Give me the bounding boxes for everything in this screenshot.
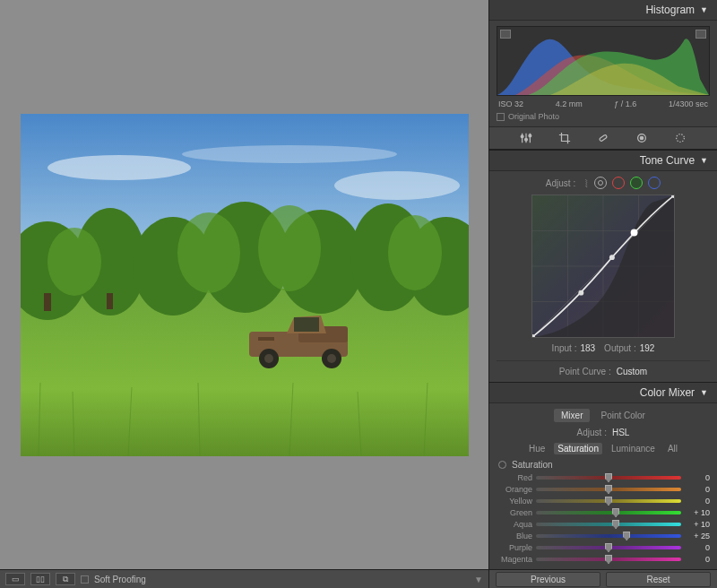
canvas-area[interactable] (0, 0, 488, 569)
svg-point-42 (676, 134, 684, 143)
slider-thumb[interactable] (623, 532, 630, 540)
slider-label: Red (497, 473, 532, 482)
soft-proofing-checkbox[interactable] (81, 575, 89, 584)
slider-label: Aqua (497, 520, 532, 529)
slider-value[interactable]: 0 (685, 497, 710, 506)
slider-orange: Orange0 (497, 485, 710, 494)
point-curve-label: Point Curve : (559, 367, 611, 376)
meta-shutter: 1/4300 sec (669, 99, 708, 108)
compare-view-icon[interactable]: ▯▯ (30, 573, 50, 585)
slider-thumb[interactable] (612, 508, 619, 517)
filmstrip-toolbar: ▭ ▯▯ ⧉ Soft Proofing ▼ (0, 570, 488, 588)
reset-button[interactable]: Reset (606, 572, 711, 587)
svg-point-22 (264, 354, 273, 363)
channel-blue[interactable] (648, 177, 661, 189)
svg-rect-39 (599, 134, 607, 142)
svg-rect-20 (294, 317, 319, 332)
subtab-hue[interactable]: Hue (525, 443, 549, 454)
color-mixer-panel-header[interactable]: Color Mixer▼ (489, 383, 717, 403)
svg-point-52 (609, 255, 615, 260)
slider-thumb[interactable] (612, 520, 619, 529)
slider-value[interactable]: 0 (685, 473, 710, 482)
slider-value[interactable]: 0 (685, 485, 710, 494)
svg-point-36 (525, 138, 528, 141)
tone-input-value[interactable]: 183 (580, 343, 595, 353)
slider-track-magenta[interactable] (536, 558, 681, 561)
previous-button[interactable]: Previous (496, 572, 600, 587)
slider-blue: Blue+ 25 (497, 532, 710, 540)
svg-point-53 (631, 229, 638, 237)
svg-rect-4 (21, 289, 469, 456)
svg-point-2 (182, 145, 397, 163)
histogram-display[interactable] (497, 26, 710, 96)
subtab-luminance[interactable]: Luminance (608, 443, 659, 454)
slider-value[interactable]: 0 (685, 543, 710, 552)
tab-mixer[interactable]: Mixer (554, 409, 590, 422)
toolbar-dropdown-icon[interactable]: ▼ (474, 575, 483, 584)
slider-thumb[interactable] (605, 543, 612, 552)
slider-track-green[interactable] (536, 511, 681, 514)
slider-value[interactable]: + 10 (685, 508, 710, 517)
edit-sliders-icon[interactable] (520, 132, 532, 144)
target-adjust-icon[interactable] (498, 461, 506, 469)
histogram-title: Histogram (645, 4, 695, 16)
tone-output-label: Output : (604, 343, 636, 353)
loupe-view-icon[interactable]: ▭ (5, 573, 25, 585)
svg-rect-25 (258, 337, 274, 341)
tone-curve-title: Tone Curve (640, 154, 695, 167)
highlight-clip-indicator[interactable] (695, 30, 706, 39)
original-photo-checkbox[interactable] (497, 113, 505, 121)
channel-all[interactable] (594, 177, 607, 189)
tone-curve-panel-header[interactable]: Tone Curve▼ (489, 151, 717, 171)
slider-track-blue[interactable] (536, 534, 681, 538)
original-photo-label: Original Photo (508, 112, 559, 121)
svg-point-15 (177, 212, 240, 293)
mask-icon[interactable] (635, 132, 648, 144)
subtab-all[interactable]: All (664, 443, 681, 454)
point-curve-dropdown[interactable]: Custom (617, 367, 647, 376)
svg-rect-6 (44, 293, 51, 311)
svg-point-16 (258, 205, 321, 291)
tone-adjust-label: Adjust : (546, 178, 575, 188)
mixer-adjust-label: Adjust : (577, 428, 607, 437)
meta-iso: ISO 32 (498, 99, 523, 108)
channel-red[interactable] (612, 177, 625, 189)
tab-point-color[interactable]: Point Color (593, 409, 652, 422)
svg-point-3 (334, 171, 460, 200)
slider-red: Red0 (497, 473, 710, 482)
slider-yellow: Yellow0 (497, 497, 710, 506)
tone-curve-editor[interactable] (531, 195, 675, 338)
mixer-adjust-mode[interactable]: HSL (612, 428, 629, 437)
channel-green[interactable] (630, 177, 643, 189)
meta-aperture: ƒ / 1.6 (614, 99, 636, 108)
slider-label: Purple (497, 543, 532, 552)
parametric-curve-icon[interactable]: ⦚ (584, 178, 589, 188)
shadow-clip-indicator[interactable] (500, 30, 511, 39)
slider-track-aqua[interactable] (536, 523, 681, 526)
tone-output-value[interactable]: 192 (640, 343, 655, 353)
slider-track-yellow[interactable] (536, 499, 681, 503)
slider-track-orange[interactable] (536, 488, 681, 491)
slider-thumb[interactable] (605, 485, 612, 494)
right-panel[interactable]: Histogram▼ ISO 32 4.2 mm ƒ / 1.6 (488, 0, 717, 569)
slider-value[interactable]: + 25 (685, 532, 710, 540)
redeye-icon[interactable] (674, 132, 687, 144)
slider-label: Blue (497, 532, 532, 540)
slider-thumb[interactable] (605, 497, 612, 506)
slider-value[interactable]: 0 (685, 555, 710, 564)
slider-green: Green+ 10 (497, 508, 710, 517)
subtab-saturation[interactable]: Saturation (554, 443, 602, 454)
svg-point-38 (529, 134, 531, 137)
slider-thumb[interactable] (605, 555, 612, 564)
survey-view-icon[interactable]: ⧉ (56, 573, 75, 585)
crop-icon[interactable] (558, 132, 571, 144)
slider-track-purple[interactable] (536, 546, 681, 549)
svg-point-1 (48, 155, 191, 180)
slider-label: Green (497, 508, 532, 517)
soft-proofing-label: Soft Proofing (94, 575, 146, 584)
slider-value[interactable]: + 10 (685, 520, 710, 529)
slider-thumb[interactable] (605, 473, 612, 482)
slider-track-red[interactable] (536, 476, 681, 480)
histogram-panel-header[interactable]: Histogram▼ (489, 0, 717, 21)
healing-icon[interactable] (597, 132, 609, 144)
